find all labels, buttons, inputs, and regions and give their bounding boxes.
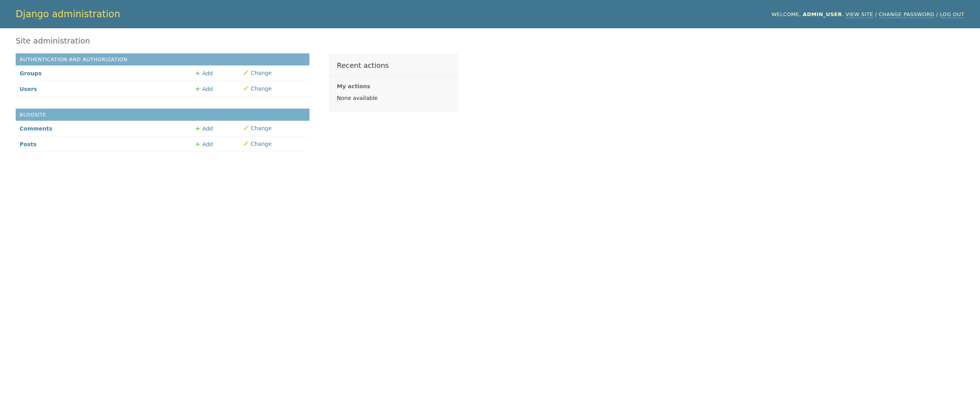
add-groups-link[interactable]: + Add: [195, 69, 213, 77]
model-row: Comments + Add Change: [16, 121, 309, 136]
model-link-posts[interactable]: Posts: [20, 141, 36, 147]
header: Django administration Welcome, ADMIN_USE…: [0, 0, 980, 28]
model-link-comments[interactable]: Comments: [20, 125, 52, 132]
recent-actions-title: Recent actions: [329, 53, 458, 76]
pencil-icon: [243, 70, 249, 76]
change-posts-link[interactable]: Change: [243, 141, 272, 147]
pencil-icon: [243, 86, 249, 91]
change-comments-link[interactable]: Change: [243, 125, 272, 131]
separator: /: [934, 11, 940, 17]
site-title: Django administration: [16, 9, 120, 20]
view-site-link[interactable]: View site: [846, 11, 873, 18]
welcome-text: Welcome,: [772, 11, 801, 17]
model-row: Posts + Add Change: [16, 136, 309, 152]
add-label: Add: [202, 141, 213, 147]
add-posts-link[interactable]: + Add: [195, 140, 213, 148]
add-label: Add: [202, 70, 213, 76]
app-caption-link[interactable]: Authentication and Authorization: [20, 56, 127, 62]
branding: Django administration: [16, 9, 120, 20]
change-label: Change: [251, 141, 272, 147]
change-label: Change: [251, 125, 272, 131]
pencil-icon: [243, 141, 249, 147]
change-label: Change: [251, 70, 272, 76]
pencil-icon: [243, 125, 249, 131]
app-caption-link[interactable]: Blogsite: [20, 112, 46, 118]
content-main: Authentication and Authorization Groups …: [16, 53, 309, 164]
content-related: Recent actions My actions None available: [329, 53, 458, 124]
my-actions-title: My actions: [329, 76, 458, 89]
change-groups-link[interactable]: Change: [243, 70, 272, 76]
app-module-auth: Authentication and Authorization Groups …: [16, 53, 309, 97]
change-password-link[interactable]: Change password: [879, 11, 935, 18]
add-comments-link[interactable]: + Add: [195, 125, 213, 132]
model-row: Users + Add Change: [16, 81, 309, 97]
model-row: Groups + Add Change: [16, 65, 309, 81]
change-label: Change: [251, 85, 272, 92]
plus-icon: +: [195, 140, 200, 148]
user-tools: Welcome, ADMIN_USER. View site / Change …: [772, 11, 964, 17]
app-caption[interactable]: Authentication and Authorization: [16, 53, 309, 65]
recent-actions-module: Recent actions My actions None available: [329, 53, 458, 112]
none-available-text: None available: [329, 89, 458, 112]
page-title: Site administration: [16, 36, 964, 45]
logout-link[interactable]: Log out: [940, 11, 964, 18]
model-link-groups[interactable]: Groups: [20, 70, 42, 76]
site-title-link[interactable]: Django administration: [16, 9, 120, 20]
app-caption[interactable]: Blogsite: [16, 109, 309, 121]
content: Site administration Authentication and A…: [0, 28, 980, 172]
app-module-blogsite: Blogsite Comments + Add: [16, 109, 309, 152]
plus-icon: +: [195, 69, 200, 77]
plus-icon: +: [195, 85, 200, 93]
change-users-link[interactable]: Change: [243, 85, 272, 92]
plus-icon: +: [195, 125, 200, 132]
separator: /: [873, 11, 879, 17]
username: ADMIN_USER: [803, 11, 842, 17]
add-label: Add: [202, 125, 213, 132]
model-link-users[interactable]: Users: [20, 86, 37, 92]
separator: .: [842, 11, 845, 17]
add-label: Add: [202, 86, 213, 92]
add-users-link[interactable]: + Add: [195, 85, 213, 93]
